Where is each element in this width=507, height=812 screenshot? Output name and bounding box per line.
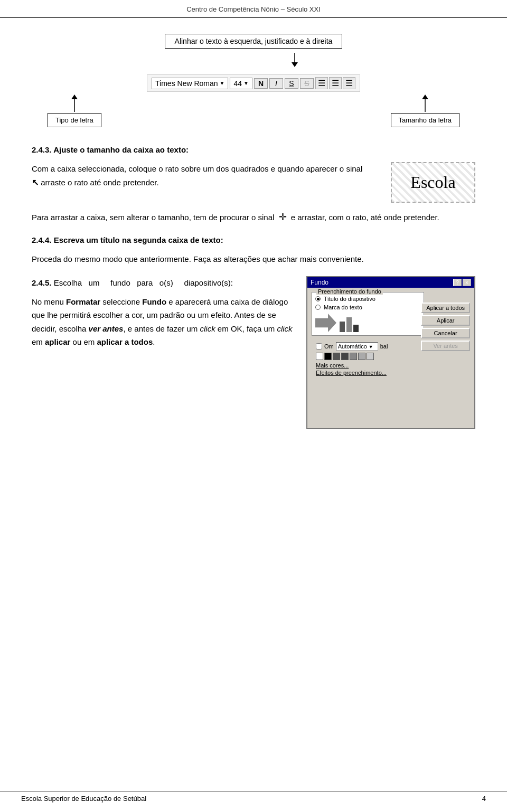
- footer-page: 4: [482, 795, 486, 802]
- font-name-text: Times New Roman: [155, 79, 218, 88]
- font-size-arrow: ▼: [243, 80, 249, 86]
- dialog-body: Preenchimento do fundo Título do diaposi…: [307, 288, 474, 383]
- header-title: Centro de Competência Nônio – Século XXI: [186, 5, 321, 13]
- tipo-annotation: Tipo de letra: [48, 92, 101, 127]
- swatch-mid[interactable]: [350, 353, 357, 360]
- align-buttons: ☰ ☰ ☰: [315, 77, 355, 89]
- fundo-dialog: Fundo ? × Preenchimento do fundo: [306, 276, 475, 429]
- dropdown-row: Om Automático ▼ bal: [316, 342, 420, 351]
- page-footer: Escola Superior de Educação de Setúbal 4: [0, 791, 507, 802]
- bold-button[interactable]: N: [254, 78, 268, 89]
- content-area: Alinhar o texto à esquerda, justificado …: [0, 18, 507, 478]
- dialog-group: Preenchimento do fundo Título do diaposi…: [312, 292, 424, 336]
- dialog-close-button[interactable]: ×: [463, 279, 471, 286]
- up-arrow-tamanho: [412, 92, 438, 113]
- checkbox-label: Om: [324, 343, 334, 350]
- down-arrow-1: [268, 53, 300, 68]
- section-243-left: Com a caixa seleccionada, coloque o rato…: [32, 162, 370, 195]
- bar-3: [353, 325, 359, 332]
- section-244-para1: Proceda do mesmo modo que anteriormente.…: [32, 252, 475, 266]
- dialog-list-item-1[interactable]: Título do diapositivo: [315, 296, 420, 302]
- section-243-para2: Para arrastar a caixa, sem alterar o tam…: [32, 209, 475, 225]
- section-244: 2.4.4. Escreva um título na segunda caix…: [32, 233, 475, 266]
- dialog-help-button[interactable]: ?: [453, 279, 462, 286]
- swatch-lighter[interactable]: [367, 353, 374, 360]
- preview-bars: [340, 317, 359, 332]
- aplicar-todos-button[interactable]: Aplicar a todos: [421, 303, 470, 313]
- dialog-bottom: Om Automático ▼ bal: [312, 340, 424, 379]
- section-243: 2.4.3. Ajuste o tamanho da caixa ao text…: [32, 143, 475, 225]
- footer-school: Escola Superior de Educação de Setúbal: [21, 795, 146, 802]
- italic-button[interactable]: I: [269, 78, 283, 89]
- cancelar-button[interactable]: Cancelar: [421, 328, 470, 338]
- up-arrow-tipo: [61, 92, 88, 113]
- svg-marker-3: [71, 95, 78, 99]
- dialog-preview: [315, 314, 420, 332]
- dialog-group-label: Preenchimento do fundo: [316, 288, 383, 295]
- section-244-heading: 2.4.4. Escreva um título na segunda caix…: [32, 233, 475, 247]
- color-swatches: [316, 353, 420, 360]
- mais-cores-link[interactable]: Mais cores...: [316, 362, 420, 369]
- top-label-box: Alinhar o texto à esquerda, justificado …: [165, 34, 343, 49]
- align-left-button[interactable]: ☰: [315, 77, 328, 89]
- swatch-dark[interactable]: [333, 353, 340, 360]
- escola-text: Escola: [410, 173, 455, 192]
- resize-arrow-icon: ↖: [32, 175, 39, 190]
- efeitos-link[interactable]: Efeitos de preenchimento...: [316, 370, 420, 376]
- swatch-light[interactable]: [358, 353, 365, 360]
- swatch-white[interactable]: [316, 353, 323, 360]
- dialog-list: Título do diapositivo Marca do texto: [315, 296, 420, 310]
- align-right-button[interactable]: ☰: [343, 77, 355, 89]
- dropdown-box[interactable]: Automático ▼: [336, 342, 378, 351]
- toolbar-section: Alinhar o texto à esquerda, justificado …: [32, 34, 475, 127]
- section-245-body: No menu Formatar seleccione Fundo e apar…: [32, 295, 296, 349]
- tamanho-annotation: Tamanho da letra: [391, 92, 459, 127]
- tamanho-label: Tamanho da letra: [399, 116, 452, 124]
- font-size-text: 44: [233, 79, 242, 88]
- swatch-dark2[interactable]: [341, 353, 349, 360]
- escola-box: Escola: [391, 162, 475, 203]
- font-name-box[interactable]: Times New Roman ▼: [152, 78, 228, 89]
- top-label-text: Alinhar o texto à esquerda, justificado …: [175, 37, 333, 45]
- aplicar-button[interactable]: Aplicar: [421, 315, 470, 326]
- section-245-heading: 2.4.5. Escolha um fundo para o(s) diapos…: [32, 276, 296, 290]
- list-item-1-label: Título do diapositivo: [324, 296, 375, 302]
- dropdown-arrow-icon: ▼: [369, 344, 373, 350]
- tipo-label-box: Tipo de letra: [48, 113, 101, 127]
- move-icon: ✛: [279, 209, 287, 225]
- dialog-title-buttons: ? ×: [453, 279, 471, 286]
- font-name-arrow: ▼: [220, 80, 225, 86]
- tipo-label: Tipo de letra: [55, 116, 93, 124]
- section-245-twocol: 2.4.5. Escolha um fundo para o(s) diapos…: [32, 276, 475, 429]
- list-item-2-label: Marca do texto: [324, 304, 362, 310]
- bar-1: [340, 322, 345, 332]
- svg-marker-5: [422, 95, 428, 99]
- radio-2: [315, 305, 321, 310]
- om-checkbox[interactable]: [316, 343, 322, 350]
- strikethrough-button[interactable]: S: [300, 78, 314, 89]
- dialog-list-item-2[interactable]: Marca do texto: [315, 304, 420, 310]
- dialog-buttons: Aplicar a todos Aplicar Cancelar Ver ant…: [421, 303, 470, 351]
- swatch-black[interactable]: [324, 353, 332, 360]
- ver-antes-button[interactable]: Ver antes: [421, 341, 470, 351]
- section-243-heading: 2.4.3. Ajuste o tamanho da caixa ao text…: [32, 143, 475, 157]
- font-size-box[interactable]: 44 ▼: [230, 78, 252, 89]
- bal-label: bal: [380, 343, 388, 350]
- section-243-para1: Com a caixa seleccionada, coloque o rato…: [32, 162, 370, 190]
- tamanho-label-box: Tamanho da letra: [391, 113, 459, 127]
- section-243-twocol: Com a caixa seleccionada, coloque o rato…: [32, 162, 475, 203]
- radio-1: [315, 296, 321, 301]
- section-245-left: 2.4.5. Escolha um fundo para o(s) diapos…: [32, 276, 296, 354]
- preview-arrow-shape: [315, 314, 336, 332]
- bar-2: [346, 317, 352, 332]
- dialog-titlebar: Fundo ? ×: [307, 277, 474, 288]
- underline-button[interactable]: S: [285, 78, 298, 89]
- svg-marker-1: [292, 62, 298, 67]
- dialog-title: Fundo: [311, 279, 328, 286]
- section-245: 2.4.5. Escolha um fundo para o(s) diapos…: [32, 276, 475, 429]
- toolbar-strip: Times New Roman ▼ 44 ▼ N I: [147, 74, 360, 92]
- page-header: Centro de Competência Nônio – Século XXI: [0, 0, 507, 18]
- align-center-button[interactable]: ☰: [329, 77, 342, 89]
